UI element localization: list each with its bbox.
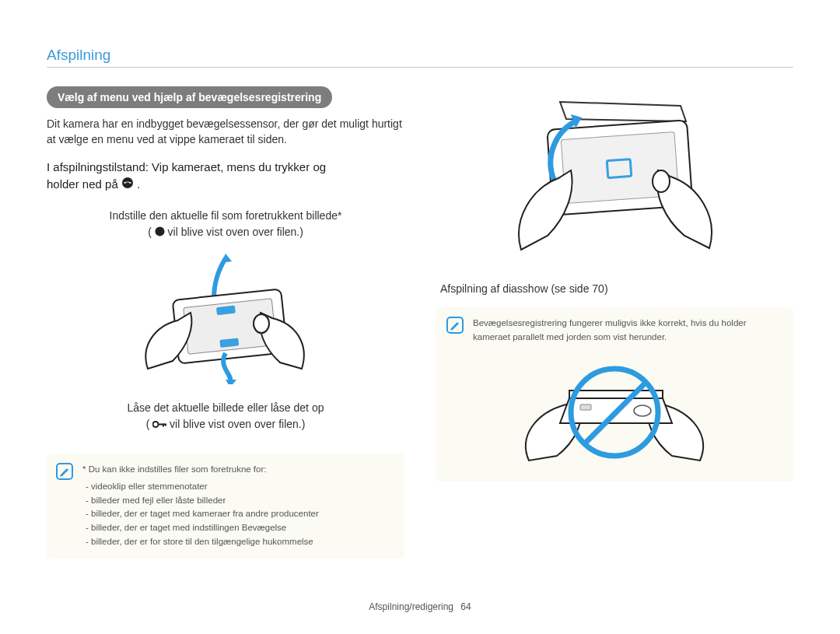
svg-point-1: [124, 182, 125, 184]
slideshow-camera-illustration: [490, 86, 739, 268]
wrong-hold-illustration: [498, 352, 731, 468]
set-favorite-line1: Indstille den aktuelle fil som foretrukk…: [110, 209, 342, 222]
footnote-content: * Du kan ikke indstilles filer som foret…: [82, 463, 319, 549]
content-columns: Vælg af menu ved hjælp af bevægelsesregi…: [47, 86, 793, 559]
right-column: Afspilning af diasshow (se side 70) Bevæ…: [436, 86, 793, 559]
svg-rect-20: [580, 405, 591, 410]
warning-top-row: Bevægelsesregistrering fungerer muligvis…: [446, 317, 782, 344]
tilt-camera-illustration: [117, 252, 334, 387]
gesture-button-icon: [121, 177, 134, 194]
footer-text: Afspilning/redigering: [369, 601, 453, 612]
instruction-line1: I afspilningstilstand: Vip kameraet, men…: [47, 160, 326, 173]
lock-line2-prefix: (: [146, 418, 153, 430]
note-pencil-icon: [56, 463, 73, 480]
svg-point-19: [634, 405, 651, 416]
lock-line2-mid: vil blive vist oven over filen.): [170, 418, 305, 430]
footnote-box: * Du kan ikke indstilles filer som foret…: [47, 454, 404, 559]
lock-caption: Låse det aktuelle billede eller låse det…: [47, 400, 404, 433]
footnote-item: - billeder med fejl eller låste billeder: [82, 494, 319, 508]
slideshow-caption: Afspilning af diasshow (se side 70): [440, 281, 793, 296]
svg-point-0: [122, 177, 133, 188]
svg-point-8: [254, 314, 269, 333]
svg-point-9: [153, 422, 159, 427]
intro-paragraph: Dit kamera har en indbygget bevægelsesse…: [47, 116, 404, 148]
instruction-line2-suffix: .: [137, 177, 140, 191]
lock-line1: Låse det aktuelle billede eller låse det…: [128, 401, 324, 414]
footnote-list: - videoklip eller stemmenotater - billed…: [82, 480, 319, 549]
footnote-item: - billeder, der er for store til den til…: [82, 535, 319, 549]
favorite-icon: [155, 225, 165, 241]
svg-point-3: [155, 227, 164, 236]
footer-page-number: 64: [460, 601, 471, 612]
tilt-illustration-block: [47, 252, 404, 387]
left-column: Vælg af menu ved hjælp af bevægelsesregi…: [47, 86, 404, 559]
wrong-hold-illustration-block: [446, 352, 782, 472]
heading-pill: Vælg af menu ved hjælp af bevægelsesregi…: [47, 86, 332, 108]
warning-text: Bevægelsesregistrering fungerer muligvis…: [473, 317, 782, 344]
svg-point-17: [653, 170, 670, 192]
footnote-item: - billeder, der er taget med kameraer fr…: [82, 507, 319, 521]
warning-box: Bevægelsesregistrering fungerer muligvis…: [436, 307, 793, 482]
svg-rect-12: [165, 423, 166, 426]
page-footer: Afspilning/redigering 64: [0, 601, 840, 612]
set-favorite-line2-prefix: (: [148, 226, 152, 238]
note-pencil-icon: [446, 317, 464, 334]
set-favorite-caption: Indstille den aktuelle fil som foretrukk…: [47, 208, 404, 241]
footnote-item: - billeder, der er taget med indstilling…: [82, 521, 319, 535]
set-favorite-line2-mid: vil blive vist oven over filen.): [168, 226, 303, 238]
section-title: Afspilning: [47, 47, 793, 68]
svg-rect-11: [163, 423, 164, 426]
footnote-lead: * Du kan ikke indstilles filer som foret…: [82, 463, 319, 477]
svg-point-2: [129, 182, 131, 184]
instruction-line2-prefix: holder ned på: [47, 177, 121, 191]
footnote-item: - videoklip eller stemmenotater: [82, 480, 319, 494]
instruction-text: I afspilningstilstand: Vip kameraet, men…: [47, 159, 404, 194]
slideshow-illustration-block: [436, 86, 793, 268]
lock-key-icon: [152, 417, 166, 433]
